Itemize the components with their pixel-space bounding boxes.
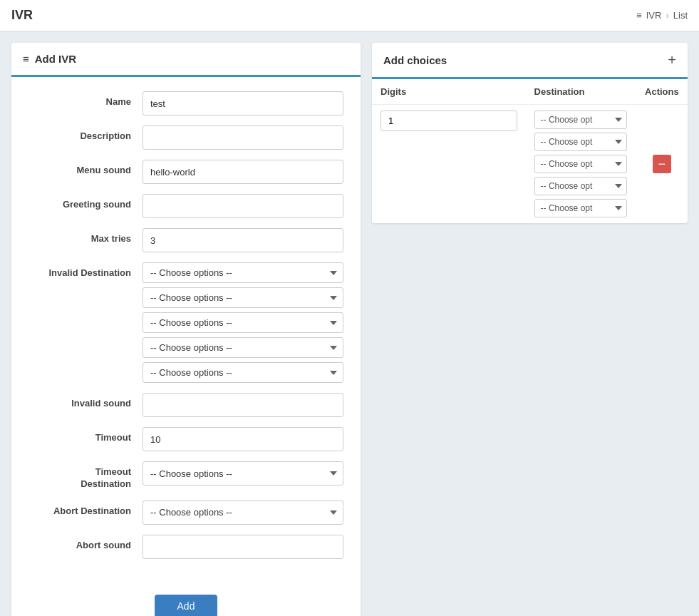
timeout-destination-label: TimeoutDestination [29, 461, 143, 491]
invalid-destination-selects: -- Choose options -- -- Choose options -… [143, 262, 343, 383]
abort-sound-input[interactable] [143, 535, 343, 559]
timeout-label: Timeout [29, 427, 143, 444]
greeting-sound-input[interactable] [143, 194, 343, 218]
menu-sound-input[interactable] [143, 160, 343, 184]
digit-cell [372, 105, 526, 224]
destination-selects: -- Choose opt -- Choose opt -- Choose op… [534, 111, 628, 217]
timeout-input[interactable] [143, 427, 343, 451]
page-title: IVR [11, 8, 33, 23]
max-tries-input[interactable] [143, 228, 343, 252]
nav-list: List [673, 10, 688, 21]
add-choice-button[interactable]: + [668, 53, 676, 67]
table-row: -- Choose opt -- Choose opt -- Choose op… [372, 105, 688, 224]
choices-table-header-row: Digits Destination Actions [372, 79, 688, 105]
greeting-sound-label: Greeting sound [29, 194, 143, 211]
timeout-destination-select[interactable]: -- Choose options -- [143, 461, 343, 486]
add-choices-title: Add choices [383, 54, 447, 66]
invalid-sound-label: Invalid sound [29, 393, 143, 410]
invalid-destination-select-3[interactable]: -- Choose options -- [143, 312, 343, 333]
abort-destination-label: Abort Destination [29, 500, 143, 518]
actions-column-header: Actions [636, 79, 688, 105]
description-row: Description [29, 125, 343, 150]
description-label: Description [29, 125, 143, 143]
destination-select-5[interactable]: -- Choose opt [534, 199, 627, 217]
abort-destination-select[interactable]: -- Choose options -- [143, 500, 343, 525]
destination-select-3[interactable]: -- Choose opt [534, 155, 627, 173]
destination-column-header: Destination [526, 79, 636, 105]
destination-cell: -- Choose opt -- Choose opt -- Choose op… [526, 105, 636, 224]
add-ivr-panel: ≡ Add IVR Name Description Menu sound Gr… [11, 43, 361, 616]
form-footer: Add [11, 583, 361, 616]
invalid-destination-label: Invalid Destination [29, 262, 143, 279]
max-tries-label: Max tries [29, 228, 143, 245]
name-label: Name [29, 91, 143, 108]
add-choices-header: Add choices + [372, 43, 688, 79]
greeting-sound-row: Greeting sound [29, 194, 343, 218]
main-layout: ≡ Add IVR Name Description Menu sound Gr… [0, 31, 699, 616]
invalid-destination-select-4[interactable]: -- Choose options -- [143, 337, 343, 358]
ivr-form: Name Description Menu sound Greeting sou… [11, 77, 361, 583]
destination-select-2[interactable]: -- Choose opt [534, 133, 627, 151]
max-tries-row: Max tries [29, 228, 343, 252]
name-row: Name [29, 91, 343, 115]
destination-select-1[interactable]: -- Choose opt [534, 111, 627, 129]
description-input[interactable] [143, 125, 343, 150]
choices-table: Digits Destination Actions -- Choose opt [372, 79, 688, 223]
menu-icon: ≡ [23, 53, 29, 65]
abort-sound-label: Abort sound [29, 535, 143, 552]
top-bar: IVR ≡ IVR › List [0, 0, 699, 31]
hamburger-icon: ≡ [636, 10, 642, 21]
abort-destination-row: Abort Destination -- Choose options -- [29, 500, 343, 525]
add-ivr-header: ≡ Add IVR [11, 43, 361, 77]
add-ivr-button[interactable]: Add [155, 595, 218, 616]
timeout-destination-row: TimeoutDestination -- Choose options -- [29, 461, 343, 491]
menu-sound-label: Menu sound [29, 160, 143, 177]
digit-input[interactable] [380, 111, 517, 131]
actions-cell: − [636, 105, 688, 224]
invalid-destination-select-5[interactable]: -- Choose options -- [143, 362, 343, 383]
add-choices-panel: Add choices + Digits Destination Actions [372, 43, 688, 223]
invalid-destination-select-1[interactable]: -- Choose options -- [143, 262, 343, 283]
breadcrumb: ≡ IVR › List [636, 10, 688, 21]
name-input[interactable] [143, 91, 343, 115]
invalid-sound-input[interactable] [143, 393, 343, 417]
digits-column-header: Digits [372, 79, 526, 105]
breadcrumb-separator: › [666, 10, 668, 21]
menu-sound-row: Menu sound [29, 160, 343, 184]
timeout-row: Timeout [29, 427, 343, 451]
invalid-destination-row: Invalid Destination -- Choose options --… [29, 262, 343, 383]
abort-sound-row: Abort sound [29, 535, 343, 559]
destination-select-4[interactable]: -- Choose opt [534, 177, 627, 195]
nav-ivr: IVR [646, 10, 662, 21]
invalid-destination-select-2[interactable]: -- Choose options -- [143, 287, 343, 308]
invalid-sound-row: Invalid sound [29, 393, 343, 417]
add-ivr-title: Add IVR [35, 53, 76, 65]
remove-row-button[interactable]: − [653, 155, 671, 173]
